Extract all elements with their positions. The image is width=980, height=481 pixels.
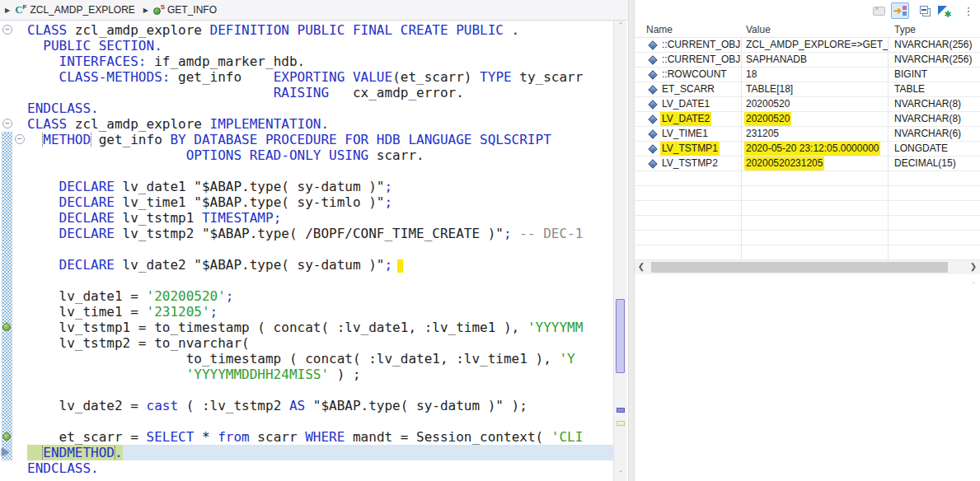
- scroll-up-icon[interactable]: ˆ: [972, 281, 975, 291]
- variable-type: NVARCHAR(8): [894, 98, 961, 110]
- breakpoint-icon[interactable]: [2, 323, 11, 331]
- pane-divider[interactable]: [628, 0, 635, 481]
- code-line-14[interactable]: DECLARE lv_tstmp2 "$ABAP.type( /BOPF/CON…: [27, 226, 613, 241]
- variable-value[interactable]: 2020-05-20 23:12:05.0000000: [746, 142, 879, 154]
- code-line-5[interactable]: RAISING cx_amdp_error.: [27, 85, 613, 100]
- code-line-4[interactable]: CLASS-METHODS: get_info EXPORTING VALUE(…: [27, 69, 613, 85]
- code-line-23[interactable]: 'YYYYMMDDHH24MISS' ) ;: [27, 367, 613, 382]
- code-editor[interactable]: −−− CLASS zcl_amdp_explore DEFINITION PU…: [0, 21, 628, 481]
- code-line-28[interactable]: ENDMETHOD.: [27, 445, 613, 460]
- detail-area: ˆ: [635, 274, 980, 481]
- variable-row-LV_TIME1[interactable]: LV_TIME1231205NVARCHAR(6): [635, 127, 980, 142]
- editor-vertical-scrollbar[interactable]: ˆ ˇ: [613, 21, 626, 481]
- variable-type: DECIMAL(15): [894, 157, 956, 169]
- empty-table-row: [635, 201, 980, 216]
- variable-value[interactable]: 231205: [746, 128, 779, 139]
- editor-scrollbar-thumb[interactable]: [616, 299, 625, 373]
- fold-collapse-icon[interactable]: −: [15, 134, 25, 144]
- breadcrumb-method[interactable]: GET_INFO: [167, 4, 217, 16]
- variables-scrollbar-thumb[interactable]: [651, 262, 948, 273]
- variable-row-LV_DATE1[interactable]: LV_DATE120200520NVARCHAR(8): [635, 97, 980, 112]
- code-line-26[interactable]: [27, 413, 613, 429]
- scroll-up-icon[interactable]: ˆ: [614, 22, 627, 31]
- variable-row-ET_SCARR[interactable]: ET_SCARRTABLE[18]TABLE: [635, 82, 980, 97]
- variable-row-CURRENT_OBJ[interactable]: ::CURRENT_OBJZCL_AMDP_EXPLORE=>GET_I...N…: [635, 38, 980, 53]
- code-line-10[interactable]: [27, 163, 613, 179]
- scroll-down-icon[interactable]: ˇ: [614, 470, 627, 479]
- code-line-17[interactable]: [27, 273, 613, 288]
- variable-value[interactable]: 20200520231205: [746, 157, 823, 169]
- variable-name: LV_TSTMP2: [662, 156, 718, 170]
- variable-type: NVARCHAR(256): [894, 54, 972, 65]
- variable-row-LV_TSTMP2[interactable]: LV_TSTMP220200520231205DECIMAL(15): [635, 156, 980, 171]
- breadcrumb: ▶ CF ZCL_AMDP_EXPLORE ▶ S GET_INFO: [0, 0, 628, 21]
- scroll-left-icon[interactable]: ❮: [635, 260, 648, 274]
- code-area[interactable]: CLASS zcl_amdp_explore DEFINITION PUBLIC…: [27, 22, 613, 476]
- variable-diamond-icon: [648, 114, 657, 124]
- empty-table-row: [635, 245, 980, 260]
- code-line-12[interactable]: DECLARE lv_time1 "$ABAP.type( sy-timlo )…: [27, 194, 613, 210]
- annotation-marker-blue-icon: [617, 408, 625, 413]
- collapse-all-icon[interactable]: [916, 2, 934, 19]
- variables-horizontal-scrollbar[interactable]: ❮ ❯: [635, 260, 980, 274]
- code-line-11[interactable]: DECLARE lv_date1 "$ABAP.type( sy-datum )…: [27, 179, 613, 194]
- code-line-15[interactable]: [27, 241, 613, 257]
- code-line-7[interactable]: CLASS zcl_amdp_explore IMPLEMENTATION.: [27, 116, 613, 132]
- editor-gutter[interactable]: −−−: [0, 21, 26, 481]
- code-line-16[interactable]: DECLARE lv_date2 "$ABAP.type( sy-datum )…: [27, 257, 613, 273]
- code-line-9[interactable]: OPTIONS READ-ONLY USING scarr.: [27, 147, 613, 163]
- variable-value[interactable]: 20200520: [746, 113, 790, 124]
- column-header-type[interactable]: Type: [889, 21, 980, 38]
- code-line-3[interactable]: INTERFACES: if_amdp_marker_hdb.: [27, 54, 613, 69]
- code-line-8[interactable]: METHOD get_info BY DATABASE PROCEDURE FO…: [27, 132, 613, 147]
- variable-row-LV_DATE2[interactable]: LV_DATE220200520NVARCHAR(8): [635, 112, 980, 127]
- variable-diamond-icon: [648, 129, 657, 138]
- variable-row-CURRENT_OBJ[interactable]: ::CURRENT_OBJSAPHANADBNVARCHAR(256): [635, 53, 980, 68]
- change-value-icon[interactable]: [870, 2, 888, 19]
- variable-value[interactable]: ZCL_AMDP_EXPLORE=>GET_I...: [746, 39, 889, 50]
- variables-toolbar: ➜ ✱ ⋮: [635, 0, 980, 21]
- variable-row-LV_TSTMP1[interactable]: LV_TSTMP12020-05-20 23:12:05.0000000LONG…: [635, 142, 980, 156]
- code-line-2[interactable]: PUBLIC SECTION.: [27, 38, 613, 54]
- code-line-6[interactable]: ENDCLASS.: [27, 100, 613, 116]
- variable-value[interactable]: 20200520: [746, 98, 790, 110]
- code-line-19[interactable]: lv_time1 = '231205';: [27, 304, 613, 320]
- fold-collapse-icon[interactable]: −: [2, 25, 12, 35]
- code-line-21[interactable]: lv_tstmp2 = to_nvarchar(: [27, 335, 613, 351]
- variable-diamond-icon: [648, 70, 657, 79]
- configure-columns-icon[interactable]: ✱: [935, 2, 953, 19]
- code-line-20[interactable]: lv_tstmp1 = to_timestamp ( concat( :lv_d…: [27, 320, 613, 335]
- code-line-13[interactable]: DECLARE lv_tstmp1 TIMESTAMP;: [27, 210, 613, 226]
- method-range-bar: [2, 132, 12, 460]
- breakpoint-icon[interactable]: [2, 432, 11, 441]
- variable-type: NVARCHAR(6): [894, 128, 961, 139]
- chevron-right-icon[interactable]: ▶: [143, 7, 148, 14]
- show-logical-structure-icon[interactable]: ➜: [891, 2, 909, 19]
- code-line-1[interactable]: CLASS zcl_amdp_explore DEFINITION PUBLIC…: [27, 22, 613, 38]
- code-line-27[interactable]: et_scarr = SELECT * from scarr WHERE man…: [27, 429, 613, 445]
- view-menu-icon[interactable]: ⋮: [959, 2, 978, 19]
- code-line-22[interactable]: to_timestamp ( concat( :lv_date1, :lv_ti…: [27, 351, 613, 367]
- variable-type: NVARCHAR(8): [894, 113, 961, 124]
- current-statement-highlight: ENDMETHOD.: [27, 445, 123, 460]
- variables-pane: ➜ ✱ ⋮ NameValueType ::CURRENT_OBJZCL_AMD…: [635, 0, 980, 481]
- empty-table-row: [635, 216, 980, 231]
- chevron-right-icon[interactable]: ▶: [5, 7, 10, 14]
- variable-row-ROWCOUNT[interactable]: ::ROWCOUNT18BIGINT: [635, 68, 980, 82]
- column-header-name[interactable]: Name: [635, 21, 742, 38]
- code-line-18[interactable]: lv_date1 = '20200520';: [27, 288, 613, 304]
- variable-value[interactable]: 18: [746, 68, 757, 80]
- variable-value[interactable]: TABLE[18]: [746, 83, 793, 95]
- code-line-29[interactable]: ENDCLASS.: [27, 460, 613, 476]
- code-line-24[interactable]: [27, 382, 613, 398]
- scroll-right-icon[interactable]: ❯: [967, 260, 980, 274]
- variable-name: LV_TIME1: [662, 127, 708, 141]
- code-line-25[interactable]: lv_date2 = cast ( :lv_tstmp2 AS "$ABAP.t…: [27, 398, 613, 413]
- variable-type: BIGINT: [894, 68, 927, 80]
- variable-value[interactable]: SAPHANADB: [746, 54, 807, 65]
- variable-diamond-icon: [648, 144, 657, 153]
- breadcrumb-class[interactable]: ZCL_AMDP_EXPLORE: [30, 4, 134, 16]
- fold-collapse-icon[interactable]: −: [2, 119, 12, 128]
- variable-name: ::CURRENT_OBJ: [662, 38, 740, 52]
- column-header-value[interactable]: Value: [742, 21, 889, 38]
